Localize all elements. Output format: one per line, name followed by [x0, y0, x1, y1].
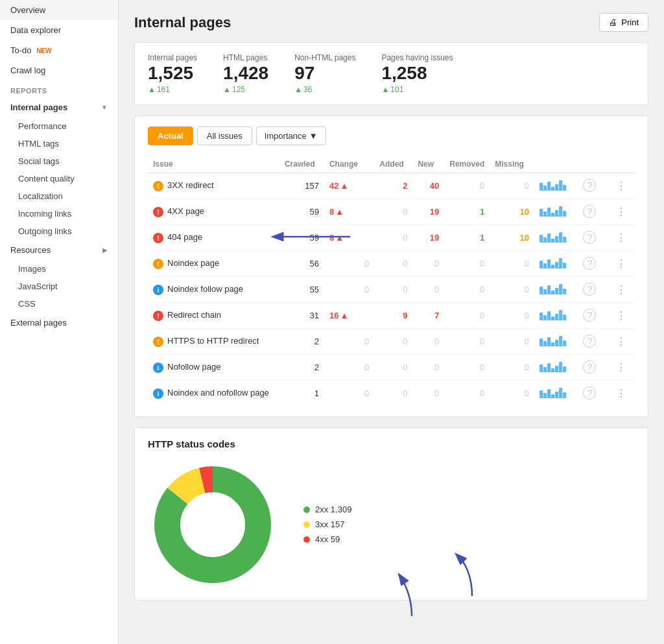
missing-value: 0: [525, 363, 529, 372]
importance-dropdown[interactable]: Importance ▼: [256, 126, 326, 145]
help-button[interactable]: ?: [583, 335, 596, 348]
removed-cell: 0: [444, 276, 490, 302]
help-button[interactable]: ?: [583, 283, 596, 296]
help-cell: ?: [571, 302, 608, 328]
print-button[interactable]: 🖨 Print: [599, 13, 648, 32]
sidebar-item-incoming-links[interactable]: Incoming links: [0, 205, 118, 222]
issue-icon: !: [153, 181, 163, 191]
sidebar-item-external-pages[interactable]: External pages: [0, 313, 118, 333]
more-options-button[interactable]: ⋮: [613, 282, 630, 297]
sidebar-item-javascript[interactable]: JavaScript: [0, 278, 118, 295]
legend-3xx: 3xx 157: [303, 519, 351, 529]
tab-all-issues[interactable]: All issues: [197, 126, 252, 145]
new-cell: 0: [412, 250, 444, 276]
crawled-cell: 55: [279, 276, 324, 302]
help-cell: ?: [571, 354, 608, 380]
help-button[interactable]: ?: [583, 309, 596, 322]
help-button[interactable]: ?: [583, 179, 596, 192]
sidebar-item-overview[interactable]: Overview: [0, 0, 118, 20]
table-row[interactable]: ! Redirect chain 31 16 ▲ 9 7 0 0 ? ⋮: [148, 302, 635, 328]
change-cell: 42 ▲: [324, 173, 374, 198]
table-row[interactable]: i Noindex and nofollow page 1 0 0 0 0 0 …: [148, 380, 635, 406]
table-row[interactable]: ! 404 page 59 8 ▲ 0 19 1 10 ? ⋮: [148, 224, 635, 250]
help-cell: ?: [571, 224, 608, 250]
issue-icon: !: [153, 259, 163, 269]
sidebar-item-social-tags[interactable]: Social tags: [0, 152, 118, 170]
sidebar-item-resources[interactable]: Resources ▶: [0, 240, 118, 260]
new-value: 40: [430, 181, 439, 191]
chart-cell: [534, 328, 571, 354]
sidebar-item-internal-pages[interactable]: Internal pages ▼: [0, 97, 118, 117]
printer-icon: 🖨: [609, 18, 617, 27]
new-cell: 0: [412, 276, 444, 302]
more-options-button[interactable]: ⋮: [613, 334, 630, 349]
issue-icon: !: [153, 233, 163, 243]
sidebar-item-todo[interactable]: To-do NEW: [0, 40, 118, 60]
up-arrow-icon: ▲: [223, 85, 231, 94]
stat-value: 1,428: [223, 64, 268, 84]
legend-dot-4xx: [303, 536, 310, 543]
reports-section-header: REPORTS: [0, 80, 118, 97]
sidebar-nav: Overview Data explorer To-do NEW Crawl l…: [0, 0, 118, 333]
table-row[interactable]: ! 3XX redirect 157 42 ▲ 2 40 0 0 ? ⋮: [148, 173, 635, 198]
more-options-button[interactable]: ⋮: [613, 230, 630, 245]
table-row[interactable]: ! HTTPS to HTTP redirect 2 0 0 0 0 0 ? ⋮: [148, 328, 635, 354]
sidebar-item-css[interactable]: CSS: [0, 295, 118, 313]
change-cell: 0: [324, 276, 374, 302]
issue-label: Nofollow page: [167, 362, 220, 372]
sidebar-item-localization[interactable]: Localization: [0, 187, 118, 205]
tab-actual[interactable]: Actual: [148, 126, 193, 145]
issue-label: Redirect chain: [167, 310, 221, 320]
added-value: 0: [403, 363, 407, 372]
change-value: 0: [364, 363, 369, 372]
th-issue: Issue: [148, 156, 279, 173]
help-button[interactable]: ?: [583, 387, 596, 400]
sidebar-item-performance[interactable]: Performance: [0, 117, 118, 135]
removed-value: 0: [480, 285, 484, 294]
table-row[interactable]: i Nofollow page 2 0 0 0 0 0 ? ⋮: [148, 354, 635, 380]
sidebar-item-crawl-log[interactable]: Crawl log: [0, 60, 118, 80]
new-value: 19: [430, 207, 439, 217]
chart-cell: [534, 302, 571, 328]
legend-dot-3xx: [303, 521, 310, 528]
missing-value: 10: [520, 207, 529, 217]
more-options-button[interactable]: ⋮: [613, 256, 630, 271]
help-button[interactable]: ?: [583, 361, 596, 374]
svg-point-3: [184, 495, 242, 554]
sidebar-item-html-tags[interactable]: HTML tags: [0, 135, 118, 152]
new-value: 0: [434, 363, 439, 372]
table-row[interactable]: i Noindex follow page 55 0 0 0 0 0 ? ⋮: [148, 276, 635, 302]
removed-cell: 0: [444, 173, 490, 198]
main-content: Internal pages 🖨 Print Internal pages 1,…: [119, 0, 664, 644]
more-options-button[interactable]: ⋮: [613, 308, 630, 323]
removed-cell: 0: [444, 328, 490, 354]
th-added: Added: [374, 156, 412, 173]
table-row[interactable]: ! Noindex page 56 0 0 0 0 0 ? ⋮: [148, 250, 635, 276]
mini-bar-chart: [540, 309, 566, 320]
help-cell: ?: [571, 173, 608, 198]
more-options-button[interactable]: ⋮: [613, 178, 630, 193]
help-button[interactable]: ?: [583, 205, 596, 218]
stat-pages-with-issues: Pages having issues 1,258 ▲ 101: [381, 53, 453, 94]
sidebar-item-content-quality[interactable]: Content quality: [0, 170, 118, 187]
mini-bar-chart: [540, 361, 566, 372]
mini-bar-chart: [540, 335, 566, 346]
removed-cell: 0: [444, 354, 490, 380]
more-options-button[interactable]: ⋮: [613, 204, 630, 219]
help-cell: ?: [571, 276, 608, 302]
help-button[interactable]: ?: [583, 231, 596, 244]
sidebar-item-data-explorer[interactable]: Data explorer: [0, 20, 118, 40]
tab-bar: Actual All issues Importance ▼: [148, 126, 635, 145]
sidebar-item-outgoing-links[interactable]: Outgoing links: [0, 222, 118, 240]
stats-bar: Internal pages 1,525 ▲ 161 HTML pages 1,…: [134, 42, 648, 105]
more-options-button[interactable]: ⋮: [613, 360, 630, 375]
sidebar-item-images[interactable]: Images: [0, 260, 118, 278]
sidebar: Overview Data explorer To-do NEW Crawl l…: [0, 0, 119, 644]
crawled-cell: 56: [279, 250, 324, 276]
chevron-down-icon: ▼: [309, 131, 318, 141]
more-options-cell: ⋮: [608, 173, 635, 198]
stat-change: ▲ 125: [223, 85, 268, 94]
more-options-button[interactable]: ⋮: [613, 386, 630, 401]
table-row[interactable]: ! 4XX page 59 8 ▲ 0 19 1 10 ? ⋮: [148, 198, 635, 224]
help-button[interactable]: ?: [583, 257, 596, 270]
